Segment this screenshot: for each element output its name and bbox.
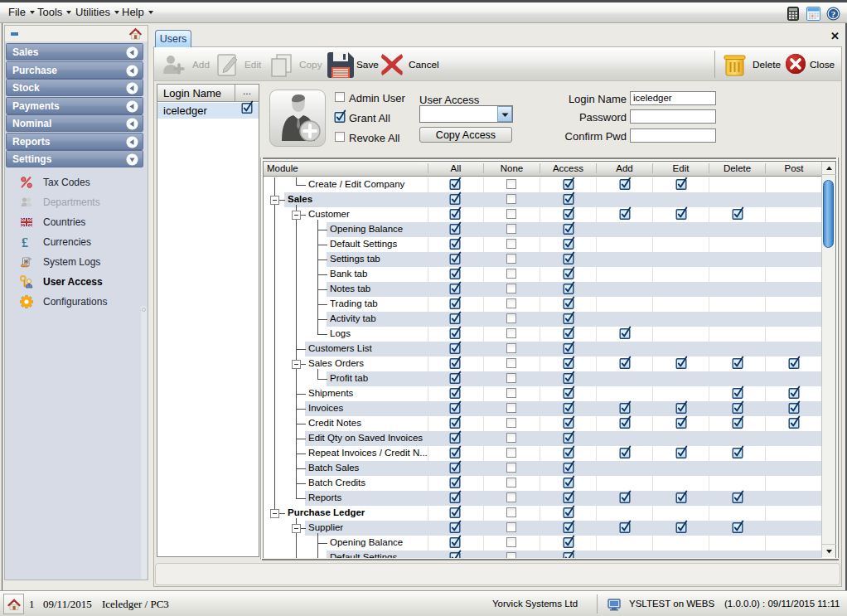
svg-text:?: ?: [831, 9, 836, 19]
svg-text:£: £: [22, 235, 28, 249]
